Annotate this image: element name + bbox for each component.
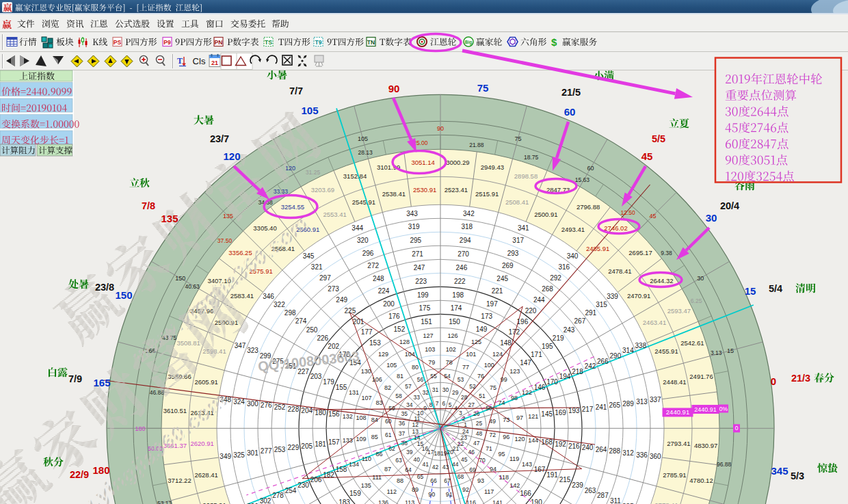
svg-text:18.75: 18.75 <box>524 154 539 161</box>
svg-text:200: 200 <box>383 300 395 308</box>
svg-text:126: 126 <box>447 332 458 339</box>
svg-text:278: 278 <box>272 492 284 499</box>
svg-text:3.13: 3.13 <box>711 349 722 356</box>
svg-text:28: 28 <box>461 394 468 401</box>
svg-text:76: 76 <box>477 373 484 380</box>
svg-text:320: 320 <box>357 237 369 244</box>
svg-text:345: 345 <box>771 465 788 477</box>
svg-text:Cls: Cls <box>193 56 206 66</box>
svg-text:105: 105 <box>358 135 368 142</box>
svg-text:2440.91: 2440.91 <box>694 406 717 413</box>
svg-text:197: 197 <box>486 300 498 308</box>
svg-text:190: 190 <box>531 499 542 504</box>
svg-text:2470.91: 2470.91 <box>627 292 650 300</box>
svg-text:55: 55 <box>430 373 437 380</box>
svg-text:290: 290 <box>610 352 622 360</box>
svg-text:170: 170 <box>546 378 558 386</box>
svg-text:117: 117 <box>484 488 494 495</box>
svg-text:40.63: 40.63 <box>185 283 200 290</box>
svg-text:35: 35 <box>401 410 408 417</box>
svg-text:TS: TS <box>265 39 272 46</box>
svg-text:92: 92 <box>462 486 469 493</box>
svg-text:20/4: 20/4 <box>720 200 739 211</box>
svg-text:24: 24 <box>462 428 469 435</box>
svg-text:151: 151 <box>421 318 432 326</box>
svg-text:86: 86 <box>375 451 382 457</box>
svg-text:193: 193 <box>568 407 580 414</box>
svg-text:3051.14: 3051.14 <box>411 159 434 166</box>
svg-text:317: 317 <box>512 237 524 244</box>
svg-text:229: 229 <box>288 444 300 451</box>
svg-text:116: 116 <box>466 499 476 504</box>
svg-text:265: 265 <box>609 401 620 409</box>
svg-text:33.33: 33.33 <box>274 188 289 195</box>
svg-text:12.50: 12.50 <box>621 209 636 216</box>
svg-text:71: 71 <box>486 445 492 452</box>
svg-text:319: 319 <box>408 223 420 230</box>
svg-text:2: 2 <box>462 415 466 422</box>
svg-text:128: 128 <box>399 339 410 345</box>
svg-text:156: 156 <box>328 410 340 418</box>
svg-text:119: 119 <box>509 455 519 462</box>
svg-text:12: 12 <box>412 421 419 428</box>
svg-text:47: 47 <box>473 440 480 447</box>
svg-text:155: 155 <box>336 384 347 391</box>
svg-text:131: 131 <box>349 389 359 396</box>
svg-text:45: 45 <box>649 213 656 220</box>
svg-text:2620.91: 2620.91 <box>191 440 214 447</box>
svg-text:94: 94 <box>490 466 496 473</box>
svg-text:15.63: 15.63 <box>575 176 590 183</box>
svg-text:110: 110 <box>362 455 371 462</box>
svg-text:264: 264 <box>596 446 607 453</box>
svg-text:133: 133 <box>343 437 353 444</box>
svg-text:199: 199 <box>417 291 429 299</box>
svg-text:72: 72 <box>490 432 496 438</box>
svg-text:48: 48 <box>476 430 483 437</box>
svg-text:141: 141 <box>492 499 503 504</box>
svg-text:59: 59 <box>388 405 395 412</box>
svg-text:50: 50 <box>486 405 492 412</box>
svg-text:297: 297 <box>319 274 331 282</box>
svg-text:120: 120 <box>223 150 240 162</box>
svg-text:6.25: 6.25 <box>691 297 702 304</box>
svg-text:2593.47: 2593.47 <box>667 307 691 315</box>
svg-text:266: 266 <box>597 358 609 365</box>
svg-text:219: 219 <box>553 334 564 342</box>
svg-text:7/7: 7/7 <box>289 85 303 96</box>
svg-text:7/8: 7/8 <box>142 200 155 211</box>
svg-text:206: 206 <box>310 476 322 483</box>
svg-text:2545.91: 2545.91 <box>352 198 375 206</box>
svg-text:311: 311 <box>610 497 621 504</box>
svg-text:79: 79 <box>428 359 435 366</box>
svg-text:49: 49 <box>490 418 496 425</box>
svg-text:146: 146 <box>534 384 546 391</box>
svg-text:18: 18 <box>434 450 440 457</box>
svg-text:0: 0 <box>735 425 739 432</box>
svg-text:61: 61 <box>385 432 392 438</box>
svg-text:292: 292 <box>550 274 561 282</box>
svg-text:269: 269 <box>502 262 514 269</box>
svg-text:2695.17: 2695.17 <box>628 249 652 256</box>
svg-text:3203.69: 3203.69 <box>311 186 334 194</box>
svg-text:77: 77 <box>462 364 469 371</box>
svg-text:65: 65 <box>417 473 424 480</box>
svg-text:73: 73 <box>503 416 509 423</box>
svg-text:96.88: 96.88 <box>717 461 732 468</box>
svg-text:36: 36 <box>399 420 406 427</box>
svg-text:100: 100 <box>484 362 494 369</box>
svg-text:201: 201 <box>353 318 365 326</box>
svg-text:53.13: 53.13 <box>157 500 172 504</box>
svg-text:225: 225 <box>345 307 356 315</box>
svg-text:124: 124 <box>492 351 503 358</box>
svg-text:177: 177 <box>361 328 373 336</box>
svg-text:82: 82 <box>384 384 391 391</box>
svg-text:142: 142 <box>509 482 520 489</box>
svg-text:312: 312 <box>622 449 634 457</box>
svg-text:135: 135 <box>361 482 371 489</box>
svg-text:159: 159 <box>349 490 361 497</box>
svg-text:7/9: 7/9 <box>68 373 82 384</box>
svg-text:180: 180 <box>135 425 145 432</box>
svg-text:99: 99 <box>501 376 507 383</box>
svg-text:2523.41: 2523.41 <box>445 186 468 194</box>
svg-text:252: 252 <box>274 403 286 411</box>
